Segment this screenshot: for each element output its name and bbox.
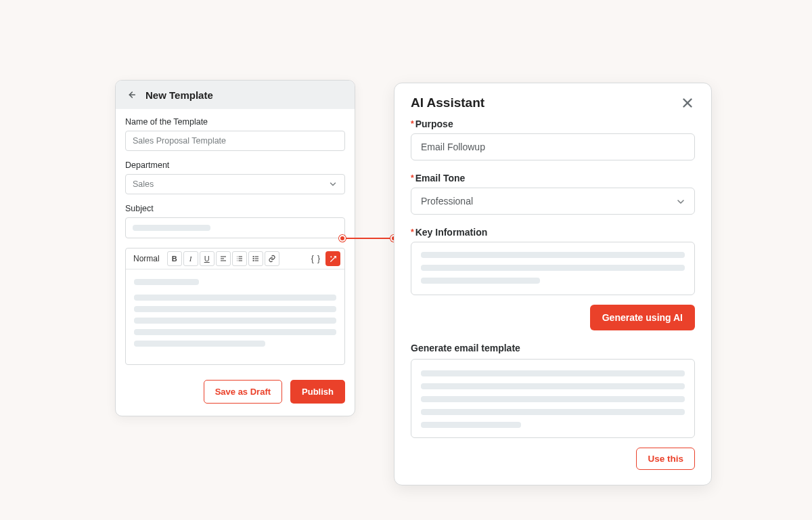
tone-label: *Email Tone [411, 173, 695, 183]
chevron-down-icon [328, 179, 338, 189]
email-body-editor: Normal B I U { } [125, 248, 345, 365]
key-info-label: *Key Information [411, 227, 695, 238]
placeholder-line [421, 409, 685, 415]
subject-input[interactable] [125, 217, 345, 238]
publish-button[interactable]: Publish [290, 380, 345, 404]
ai-output-box [411, 359, 695, 438]
placeholder-line [421, 383, 685, 389]
placeholder-line [134, 329, 336, 335]
link-icon[interactable] [265, 251, 279, 266]
placeholder-line [421, 396, 685, 402]
underline-button[interactable]: U [200, 251, 215, 266]
chevron-down-icon [675, 196, 685, 206]
placeholder-line [421, 252, 685, 258]
insert-variable-button[interactable]: { } [308, 251, 324, 266]
close-icon[interactable] [680, 95, 695, 110]
panel-header: New Template [116, 81, 355, 109]
department-value: Sales [133, 179, 154, 189]
placeholder-line [421, 265, 685, 271]
svg-point-12 [253, 261, 254, 261]
template-name-field: Name of the Template [125, 117, 345, 151]
placeholder-line [421, 422, 521, 428]
required-star: * [411, 174, 414, 182]
align-left-icon[interactable] [216, 251, 231, 266]
ai-panel-title: AI Assistant [411, 95, 484, 110]
editor-toolbar: Normal B I U { } [126, 248, 344, 269]
tone-value: Professional [421, 196, 473, 207]
subject-label: Subject [125, 204, 345, 213]
placeholder-line [421, 278, 540, 284]
italic-button[interactable]: I [183, 251, 198, 266]
placeholder-line [134, 318, 336, 324]
purpose-input[interactable] [411, 133, 695, 160]
required-star: * [411, 228, 414, 236]
back-arrow-icon[interactable] [125, 89, 137, 101]
ai-wand-icon[interactable] [325, 251, 340, 266]
placeholder-line [134, 306, 336, 312]
purpose-label: *Purpose [411, 118, 695, 129]
key-info-input[interactable] [411, 242, 695, 295]
required-star: * [411, 120, 414, 128]
ordered-list-icon[interactable] [232, 251, 247, 266]
style-dropdown[interactable]: Normal [130, 251, 166, 266]
template-name-input[interactable] [125, 131, 345, 151]
placeholder-line [134, 279, 199, 285]
output-title: Generate email template [411, 343, 695, 353]
page-title: New Template [145, 89, 213, 101]
svg-point-10 [253, 257, 254, 257]
new-template-panel: New Template Name of the Template Depart… [115, 80, 355, 416]
placeholder-line [134, 341, 265, 347]
use-this-button[interactable]: Use this [636, 448, 695, 470]
department-select[interactable]: Sales [125, 174, 345, 194]
placeholder-line [134, 295, 336, 301]
svg-point-11 [253, 259, 254, 259]
subject-field: Subject [125, 204, 345, 238]
tone-select[interactable]: Professional [411, 188, 695, 215]
ai-assistant-panel: AI Assistant *Purpose *Email Tone Profes… [394, 83, 712, 485]
template-name-label: Name of the Template [125, 117, 345, 127]
save-draft-button[interactable]: Save as Draft [204, 380, 282, 404]
bold-button[interactable]: B [167, 251, 182, 266]
department-field: Department Sales [125, 160, 345, 194]
generate-ai-button[interactable]: Generate using AI [590, 305, 695, 330]
department-label: Department [125, 160, 345, 170]
unordered-list-icon[interactable] [248, 251, 263, 266]
placeholder-line [133, 225, 210, 231]
placeholder-line [421, 370, 685, 376]
editor-body[interactable] [126, 269, 344, 364]
